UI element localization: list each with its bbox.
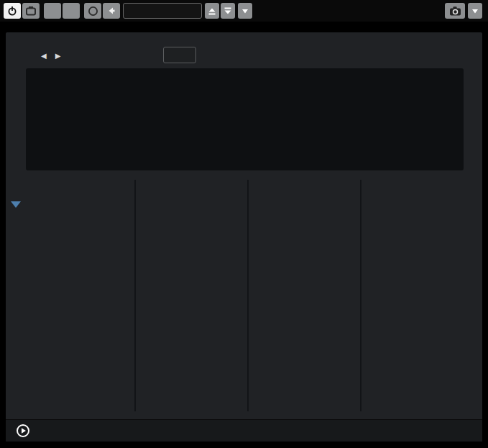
chevron-down-icon — [240, 6, 250, 16]
arrow-left-icon — [106, 5, 117, 17]
write-automation-button[interactable] — [63, 3, 80, 19]
camera-icon — [448, 6, 462, 17]
preset-up-icon — [206, 6, 218, 17]
bands-increment-arrow[interactable]: ▶ — [51, 52, 65, 60]
snapshot-button[interactable] — [445, 3, 465, 19]
next-preset-button[interactable] — [221, 3, 235, 19]
panel-divider — [134, 180, 136, 411]
panel-divider — [360, 180, 362, 411]
host-titlebar — [0, 0, 488, 22]
panel-divider — [247, 180, 249, 411]
preset-down-icon — [222, 6, 234, 17]
preset-selector[interactable] — [123, 3, 202, 19]
previous-preset-button[interactable] — [205, 3, 219, 19]
copy-ab-button[interactable] — [103, 3, 120, 19]
ab-setting-icon — [88, 6, 98, 17]
steinberg-brand — [16, 424, 35, 438]
bands-decrement-arrow[interactable]: ◀ — [37, 52, 51, 60]
plugin-power-button[interactable] — [4, 3, 21, 19]
chevron-down-icon — [470, 6, 480, 16]
bypass-button[interactable] — [22, 3, 40, 19]
switch-ab-button[interactable] — [84, 3, 101, 19]
preset-menu-button[interactable] — [238, 3, 252, 19]
bands-control: ◀ ▶ — [37, 47, 65, 63]
spectrum-display — [26, 68, 464, 170]
window-menu-button[interactable] — [468, 3, 482, 19]
live-button[interactable] — [163, 47, 196, 63]
read-automation-button[interactable] — [44, 3, 61, 19]
insert-bypass-icon — [25, 6, 37, 17]
power-icon — [7, 6, 17, 16]
collapse-arrow[interactable] — [11, 201, 21, 208]
steinberg-logo-icon — [16, 424, 30, 438]
footer-bar — [6, 419, 482, 442]
